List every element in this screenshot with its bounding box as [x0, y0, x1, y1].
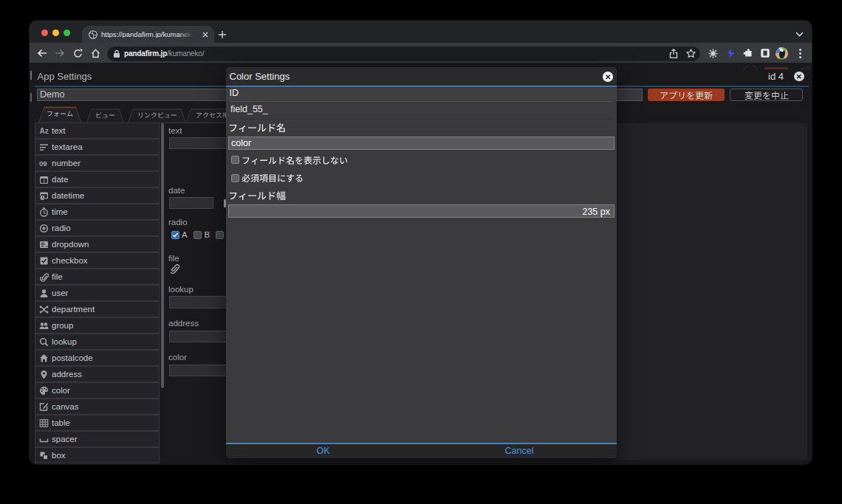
svg-text:Az: Az	[40, 127, 49, 135]
svg-text:09: 09	[39, 159, 47, 168]
